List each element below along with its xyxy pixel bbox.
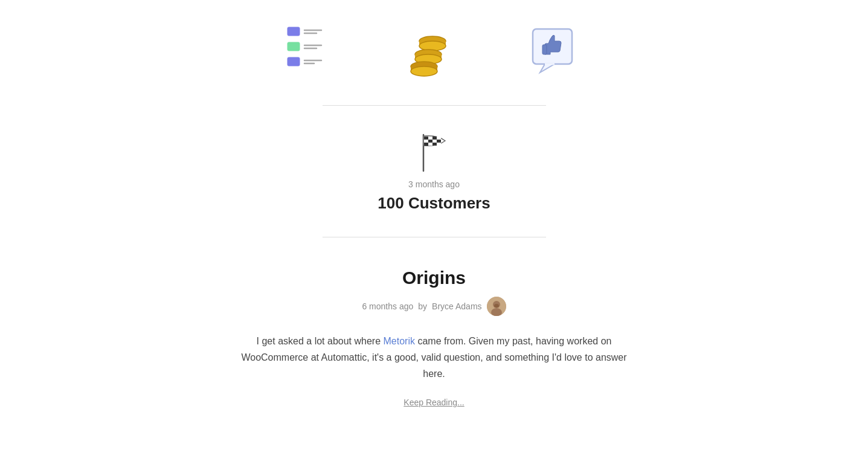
svg-point-11 [419, 41, 446, 51]
list-icon [286, 24, 329, 81]
post-author: Bryce Adams [432, 301, 481, 311]
svg-rect-33 [428, 143, 432, 146]
svg-rect-30 [437, 140, 441, 143]
svg-rect-6 [288, 57, 300, 66]
post-section: Origins 6 months ago by Bryce Adams I ge… [235, 243, 634, 420]
svg-rect-26 [437, 137, 441, 140]
svg-rect-29 [428, 140, 432, 143]
bottom-divider [323, 237, 546, 237]
icons-row [235, 12, 634, 99]
post-time: 6 months ago [362, 301, 413, 311]
svg-rect-31 [424, 143, 428, 146]
svg-marker-19 [540, 64, 555, 72]
milestone-time: 3 months ago [235, 179, 634, 189]
keep-reading-link[interactable]: Keep Reading... [403, 398, 464, 407]
checkered-flag-icon [416, 130, 452, 172]
svg-rect-25 [428, 137, 432, 140]
svg-rect-24 [432, 137, 437, 140]
svg-rect-3 [288, 42, 300, 51]
page-container: 3 months ago 100 Customers Origins 6 mon… [223, 0, 646, 432]
post-meta: 6 months ago by Bryce Adams [235, 297, 634, 316]
excerpt-start: I get asked a lot about where [257, 336, 384, 346]
svg-rect-32 [432, 143, 437, 146]
milestone-section: 3 months ago 100 Customers [235, 112, 634, 231]
svg-rect-28 [432, 140, 437, 143]
svg-rect-23 [424, 137, 428, 140]
thumbsup-icon [528, 24, 582, 81]
post-excerpt: I get asked a lot about where Metorik ca… [241, 333, 628, 382]
top-divider [323, 105, 546, 106]
svg-rect-21 [542, 45, 547, 54]
excerpt-highlight: Metorik [384, 336, 415, 346]
author-avatar [487, 297, 506, 316]
svg-rect-0 [288, 27, 300, 36]
svg-point-17 [411, 66, 437, 76]
svg-rect-34 [437, 143, 441, 146]
milestone-title: 100 Customers [235, 194, 634, 213]
svg-point-38 [494, 304, 499, 308]
post-title: Origins [235, 268, 634, 288]
svg-rect-27 [424, 140, 428, 143]
post-by: by [418, 301, 427, 311]
coins-icon [401, 24, 455, 81]
